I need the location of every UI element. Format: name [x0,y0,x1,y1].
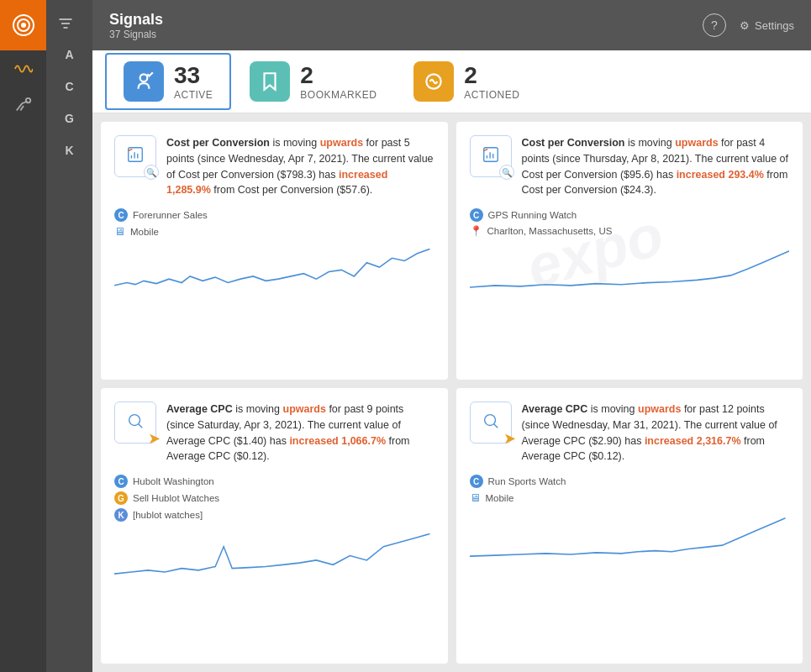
card-tags-1: C Forerunner Sales 🖥 Mobile [114,208,434,238]
sidebar-signals-icon[interactable] [0,50,46,87]
signal-card-3: ➤ Average CPC is moving upwards for past… [101,388,448,664]
bookmarked-icon [250,61,290,102]
sidebar-telescope-icon[interactable] [0,87,46,124]
upwards-3: upwards [283,403,326,415]
left-icon-sidebar [0,0,46,672]
active-count: 33 [174,62,213,89]
cost-conversion-icon-2 [482,145,500,168]
tag-row-4b: 🖥 Mobile [470,491,790,504]
signal-card-2: 🔍 Cost per Conversion is moving upwards … [456,122,803,380]
magnify-icon-1[interactable]: 🔍 [144,165,159,180]
settings-icon: ⚙ [740,19,750,32]
tag-text-4a: Run Sports Watch [488,476,566,486]
svg-line-21 [493,423,498,428]
monitor-icon-4: 🖥 [470,491,481,504]
card-title-2: Cost per Conversion [522,137,625,149]
upwards-4: upwards [638,403,681,415]
card-icon-1: 🔍 [114,135,156,177]
stat-actioned[interactable]: 2 Actioned [395,53,538,110]
tag-c-icon-4: C [470,475,483,488]
card-header-1: 🔍 Cost per Conversion is moving upwards … [114,135,434,198]
bookmarked-count: 2 [300,62,377,89]
cost-conversion-icon-1 [126,145,145,168]
card-header-3: ➤ Average CPC is moving upwards for past… [114,402,434,465]
tag-text-3b: Sell Hublot Watches [133,493,219,503]
upwards-2: upwards [675,137,718,149]
app-title: Signals [109,11,163,29]
tag-row-2b: 📍 Charlton, Massachusetts, US [470,225,790,237]
monitor-icon-1: 🖥 [114,225,125,238]
card-text-3: Average CPC is moving upwards for past 9… [166,402,434,465]
nav-letter-a[interactable]: A [53,40,87,69]
nav-letter-g[interactable]: G [53,104,87,133]
card-title-4: Average CPC [522,403,588,415]
increased-4: increased 2,316.7% [645,435,741,447]
increased-3: increased 1,066.7% [289,435,386,447]
avg-cpc-icon-1 [126,412,145,434]
tag-row-1b: 🖥 Mobile [114,225,434,238]
header-title-block: Signals 37 Signals [109,11,163,40]
settings-label: Settings [755,19,794,32]
active-label: Active [174,89,213,101]
tag-text-2b: Charlton, Massachusetts, US [487,226,613,236]
tag-row-2a: C GPS Running Watch [470,208,790,222]
arrow-icon-4: ➤ [503,429,516,448]
actioned-icon [413,61,454,102]
settings-button[interactable]: ⚙ Settings [740,19,794,32]
card-icon-3: ➤ [114,402,156,444]
actioned-label: Actioned [464,89,519,101]
arrow-icon-3: ➤ [148,429,161,448]
active-icon [124,61,164,102]
tag-row-1a: C Forerunner Sales [114,208,434,222]
nav-letter-sidebar: A C G K [46,0,92,672]
stat-bookmarked[interactable]: 2 Bookmarked [231,53,395,110]
tag-text-3a: Hubolt Washington [133,476,214,486]
tag-row-3c: K [hublot watches] [114,508,434,522]
svg-point-8 [140,74,148,81]
card-header-4: ➤ Average CPC is moving upwards for past… [470,402,790,465]
tag-row-3a: C Hubolt Washington [114,475,434,488]
card-header-2: 🔍 Cost per Conversion is moving upwards … [470,135,790,198]
card-icon-4: ➤ [470,402,512,444]
signal-card-4: ➤ Average CPC is moving upwards for past… [456,388,803,664]
tag-c-icon: C [114,208,128,222]
content-area: Signals 37 Signals ? ⚙ Settings 33 Activ [92,0,811,672]
app-subtitle: 37 Signals [109,29,163,40]
card-tags-3: C Hubolt Washington G Sell Hublot Watche… [114,475,434,522]
card-text-2: Cost per Conversion is moving upwards fo… [522,135,790,198]
upwards-1: upwards [320,137,363,149]
nav-letter-k[interactable]: K [53,136,87,165]
tag-k-icon-3: K [114,508,128,522]
top-header: Signals 37 Signals ? ⚙ Settings [92,0,811,50]
svg-line-19 [139,423,143,428]
actioned-count: 2 [464,62,519,89]
card-text-4: Average CPC is moving upwards for past 1… [522,402,790,465]
magnify-icon-2[interactable]: 🔍 [499,165,514,180]
card-title-1: Cost per Conversion [166,137,270,149]
header-actions: ? ⚙ Settings [703,13,794,37]
svg-point-20 [484,414,495,425]
stat-active[interactable]: 33 Active [105,53,231,110]
location-icon-2: 📍 [470,225,482,237]
tag-text-1a: Forerunner Sales [133,210,208,220]
card-tags-2: C GPS Running Watch 📍 Charlton, Massachu… [470,208,790,237]
svg-point-2 [21,23,26,28]
stats-bar: 33 Active 2 Bookmarked [92,50,811,113]
bookmarked-text: 2 Bookmarked [300,62,377,101]
app-logo [0,0,46,50]
help-button[interactable]: ? [703,13,726,37]
actioned-text: 2 Actioned [464,62,519,101]
tag-text-3c: [hublot watches] [133,510,203,520]
tag-text-1b: Mobile [130,227,159,237]
nav-letter-c[interactable]: C [53,72,87,101]
tag-text-4b: Mobile [486,493,514,503]
card-tags-4: C Run Sports Watch 🖥 Mobile [470,475,790,504]
tag-text-2a: GPS Running Watch [488,210,577,220]
sparkline-4 [470,511,790,565]
tag-c-icon-2: C [470,208,483,222]
tag-c-icon-3: C [114,475,128,488]
sparkline-2 [470,244,790,298]
tag-row-4a: C Run Sports Watch [470,475,790,488]
sparkline-1 [114,244,434,299]
filter-button[interactable] [50,8,81,39]
